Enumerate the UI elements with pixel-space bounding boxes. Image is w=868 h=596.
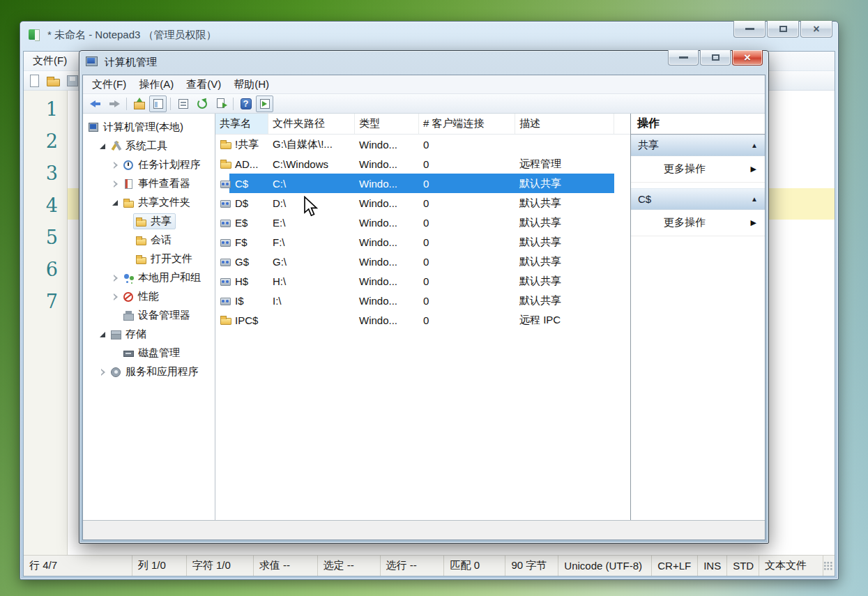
table-row[interactable]: H$H:\Windo...0默认共享 (215, 271, 630, 291)
menu-item[interactable]: 查看(V) (180, 76, 227, 93)
toggle-console-tree-icon[interactable] (149, 95, 167, 112)
tree-item[interactable]: 存储 (83, 325, 215, 344)
notepad3-window-title: * 未命名 - Notepad3 （管理员权限） (47, 29, 217, 42)
close-button[interactable]: × (732, 50, 763, 66)
tree-item-label: 存储 (125, 328, 146, 341)
table-row[interactable]: C$C:\Windo...0默认共享 (215, 174, 630, 193)
collapsed-arrow-icon[interactable] (111, 179, 121, 189)
status-segment[interactable]: CR+LF (652, 556, 698, 576)
menu-file[interactable]: 文件(F) (26, 52, 73, 70)
up-level-icon[interactable] (130, 95, 148, 112)
status-segment[interactable]: 90 字节 (505, 556, 558, 576)
tree-item[interactable]: 设备管理器 (83, 306, 215, 325)
storage-icon (110, 329, 122, 340)
table-row[interactable]: I$I:\Windo...0默认共享 (215, 291, 630, 310)
desc-cell: 远程 IPC (515, 310, 614, 330)
action-item[interactable]: 更多操作▶ (631, 210, 765, 236)
menu-item[interactable]: 操作(A) (132, 76, 180, 93)
maximize-button[interactable] (767, 21, 799, 38)
table-row[interactable]: F$F:\Windo...0默认共享 (215, 232, 630, 252)
collapsed-arrow-icon[interactable] (111, 292, 121, 302)
close-button[interactable]: × (800, 21, 832, 38)
tree-item[interactable]: 打开文件 (83, 250, 215, 268)
action-item[interactable]: 更多操作▶ (631, 156, 765, 183)
maximize-button[interactable] (700, 50, 731, 66)
clock-icon (123, 160, 135, 171)
properties-icon[interactable] (174, 95, 192, 112)
status-segment[interactable]: 字符 1/0 (187, 556, 254, 576)
export-list-icon[interactable] (212, 95, 229, 112)
clients-cell: 0 (419, 193, 515, 213)
collapsed-arrow-icon[interactable] (111, 160, 121, 170)
new-file-icon[interactable] (27, 73, 43, 89)
action-section-header[interactable]: 共享▲ (631, 135, 765, 156)
minimize-button[interactable] (733, 21, 766, 38)
clients-cell: 0 (419, 154, 515, 174)
clients-cell: 0 (419, 174, 515, 193)
menu-item[interactable]: 文件(F) (86, 76, 132, 93)
table-row[interactable]: !共享G:\自媒体\!...Windo...0 (215, 135, 630, 154)
path-cell: H:\ (268, 271, 355, 291)
status-segment[interactable]: 行 4/7 (24, 556, 132, 576)
tree-item[interactable]: 共享 (83, 212, 215, 231)
tree-item[interactable]: 系统工具 (83, 137, 215, 155)
expanded-arrow-icon[interactable] (98, 142, 108, 151)
open-file-icon[interactable] (46, 73, 61, 89)
tree-item[interactable]: 本地用户和组 (83, 268, 215, 287)
toggle-action-pane-icon[interactable] (256, 95, 273, 112)
tree-item[interactable]: 磁盘管理 (83, 344, 215, 362)
column-header[interactable]: 描述 (515, 114, 614, 134)
status-segment[interactable]: 选定 -- (318, 556, 381, 576)
tree-item[interactable]: 事件查看器 (83, 174, 215, 193)
tree-item[interactable]: 服务和应用程序 (83, 362, 215, 381)
share-name: AD... (235, 158, 258, 170)
tree-item[interactable]: 计算机管理(本地) (83, 118, 215, 137)
table-row[interactable]: AD...C:\WindowsWindo...0远程管理 (215, 154, 630, 174)
refresh-icon[interactable] (193, 95, 211, 112)
column-header[interactable]: 共享名 (215, 114, 268, 134)
forward-icon[interactable] (105, 95, 123, 112)
save-file-icon[interactable] (65, 73, 80, 89)
tree-item[interactable]: 性能 (83, 287, 215, 306)
expanded-arrow-icon[interactable] (98, 330, 108, 339)
collapsed-arrow-icon[interactable] (98, 367, 108, 377)
collapsed-arrow-icon[interactable] (111, 273, 121, 283)
type-cell: Windo... (355, 193, 419, 213)
status-segment[interactable]: 文本文件 (759, 556, 823, 576)
line-number[interactable]: 1 (24, 93, 67, 125)
status-segment[interactable]: Unicode (UTF-8) (558, 556, 652, 576)
status-segment[interactable]: 求值 -- (254, 556, 318, 576)
line-number[interactable]: 7 (24, 286, 67, 318)
minimize-button[interactable] (668, 50, 699, 66)
chevron-up-icon[interactable]: ▲ (751, 195, 758, 203)
expanded-arrow-icon[interactable] (111, 198, 121, 208)
line-number[interactable]: 6 (24, 254, 67, 286)
action-section-header[interactable]: C$▲ (631, 188, 765, 210)
mmc-titlebar[interactable]: 计算机管理 × (79, 51, 768, 73)
line-number[interactable]: 5 (24, 222, 67, 254)
tree-item[interactable]: 会话 (83, 231, 215, 250)
status-segment[interactable]: STD (727, 556, 759, 576)
table-row[interactable]: E$E:\Windo...0默认共享 (215, 213, 630, 232)
status-segment[interactable]: 匹配 0 (444, 556, 505, 576)
line-number[interactable]: 4 (24, 190, 67, 222)
menu-item[interactable]: 帮助(H) (227, 76, 275, 93)
table-row[interactable]: IPC$Windo...0远程 IPC (215, 310, 630, 330)
column-header[interactable]: 类型 (355, 114, 419, 134)
status-segment[interactable]: 选行 -- (381, 556, 445, 576)
tree-item[interactable]: 共享文件夹 (83, 193, 215, 212)
help-icon[interactable] (237, 95, 254, 112)
column-header[interactable]: # 客户端连接 (419, 114, 515, 134)
table-row[interactable]: D$D:\Windo...0默认共享 (215, 193, 630, 213)
tree-item[interactable]: 任务计划程序 (83, 155, 215, 174)
line-number-gutter[interactable]: 1234567 (24, 91, 68, 555)
back-icon[interactable] (86, 95, 104, 112)
line-number[interactable]: 2 (24, 125, 67, 158)
line-number[interactable]: 3 (24, 158, 67, 190)
status-segment[interactable]: INS (698, 556, 727, 576)
column-header[interactable]: 文件夹路径 (268, 114, 355, 134)
status-segment[interactable]: 列 1/0 (132, 556, 187, 576)
chevron-up-icon[interactable]: ▲ (751, 142, 758, 149)
notepad3-titlebar[interactable]: * 未命名 - Notepad3 （管理员权限） × (20, 22, 838, 48)
table-row[interactable]: G$G:\Windo...0默认共享 (215, 252, 630, 271)
